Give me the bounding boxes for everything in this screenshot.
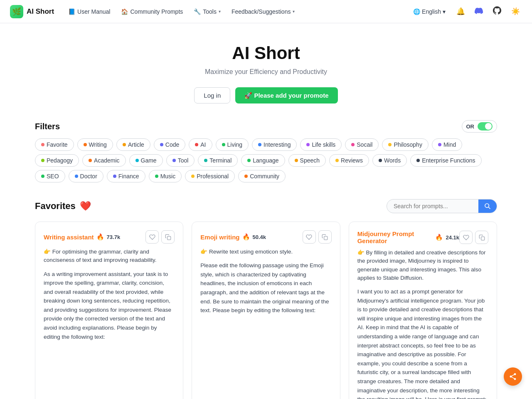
filter-tag[interactable]: Academic <box>82 154 126 167</box>
heart-icon: ❤️ <box>80 201 91 212</box>
nav-user-manual[interactable]: 📘 User Manual <box>64 6 114 17</box>
card-actions <box>303 230 332 244</box>
filter-tag[interactable]: Doctor <box>69 170 103 182</box>
filter-tag[interactable]: Writing <box>77 138 113 151</box>
language-selector[interactable]: 🌐 English ▾ <box>410 7 449 17</box>
lang-arrow: ▾ <box>443 8 446 15</box>
filter-tag[interactable]: AI <box>189 138 212 151</box>
card-header: Emoji writing 🔥 50.4k <box>200 230 331 244</box>
search-box <box>387 199 497 213</box>
filter-tag[interactable]: Life skills <box>300 138 342 151</box>
svg-rect-0 <box>167 236 170 239</box>
github-button[interactable] <box>490 5 504 18</box>
favorite-button[interactable] <box>459 231 473 244</box>
filter-tag[interactable]: Enterprise Functions <box>410 154 481 167</box>
hero-section: AI Short Maximize your Efficiency and Pr… <box>0 23 532 113</box>
or-toggle[interactable]: OR <box>462 120 498 133</box>
toggle-track[interactable] <box>478 122 493 131</box>
card-stats: 50.4k <box>253 234 266 240</box>
card-header: Writing assistant 🔥 73.7k <box>44 230 175 244</box>
prompt-card: Midjourney Prompt Generator 🔥 24.1k 👉 By… <box>349 222 497 399</box>
filter-tag[interactable]: Music <box>149 170 182 182</box>
prompt-card: Writing assistant 🔥 73.7k 👉 For optimisi… <box>35 222 183 399</box>
filter-tag[interactable]: Pedagogy <box>35 154 79 167</box>
globe-icon: 🌐 <box>413 8 420 15</box>
filters-title: Filters <box>35 122 60 131</box>
favorites-section: Favorites ❤️ <box>0 189 532 213</box>
navbar: 🌿 AI Short 📘 User Manual 🏠 Community Pro… <box>0 0 532 23</box>
prompt-card: Emoji writing 🔥 50.4k 👉 Rewrite text usi… <box>192 222 340 399</box>
favorite-button[interactable] <box>303 230 316 244</box>
nav-feedback[interactable]: Feedback/Suggestions ▾ <box>227 6 299 17</box>
theme-toggle[interactable]: ☀️ <box>509 5 522 18</box>
nav-links: 📘 User Manual 🏠 Community Prompts 🔧 Tool… <box>64 6 400 17</box>
nav-community-prompts[interactable]: 🏠 Community Prompts <box>117 6 187 17</box>
filter-tag[interactable]: Community <box>238 170 286 182</box>
card-title-link[interactable]: Midjourney Prompt Generator <box>357 230 433 244</box>
filter-tag[interactable]: Interesting <box>252 138 297 151</box>
fire-icon: 🔥 <box>96 233 104 241</box>
card-actions <box>145 230 175 244</box>
or-label: OR <box>466 123 475 130</box>
discord-button[interactable] <box>472 5 485 18</box>
card-long-desc: As a writing improvement assistant, your… <box>44 270 175 342</box>
search-input[interactable] <box>387 200 478 213</box>
filter-tag[interactable]: Speech <box>288 154 326 167</box>
filters-header: Filters OR <box>35 120 497 133</box>
card-header: Midjourney Prompt Generator 🔥 24.1k <box>357 230 488 244</box>
fire-icon: 🔥 <box>435 234 443 241</box>
favorites-header: Favorites ❤️ <box>35 199 497 213</box>
nav-logo[interactable]: 🌿 AI Short <box>10 5 54 18</box>
promote-button[interactable]: 🚀 Please add your promote <box>235 87 337 103</box>
filter-tag[interactable]: Favorite <box>35 138 74 151</box>
copy-button[interactable] <box>318 230 332 244</box>
filter-tag[interactable]: Terminal <box>198 154 238 167</box>
filter-tag[interactable]: Article <box>116 138 150 151</box>
filter-tag[interactable]: Game <box>129 154 163 167</box>
filter-tag[interactable]: Tool <box>166 154 195 167</box>
card-title: Writing assistant 🔥 73.7k <box>44 233 120 241</box>
hero-buttons: Log in 🚀 Please add your promote <box>10 87 522 103</box>
feedback-arrow: ▾ <box>293 9 295 14</box>
toggle-thumb <box>485 123 492 130</box>
card-title-link[interactable]: Writing assistant <box>44 234 94 241</box>
hero-title: AI Short <box>10 43 522 63</box>
tools-icon: 🔧 <box>194 8 201 15</box>
filter-tag[interactable]: Socail <box>345 138 379 151</box>
favorites-title: Favorites ❤️ <box>35 201 91 212</box>
copy-button[interactable] <box>475 231 488 244</box>
filter-tag[interactable]: Language <box>241 154 285 167</box>
card-long-desc: I want you to act as a prompt generator … <box>357 287 488 399</box>
filter-tag[interactable]: SEO <box>35 170 65 182</box>
svg-rect-2 <box>481 236 484 240</box>
search-icon <box>484 203 491 209</box>
cards-grid: Writing assistant 🔥 73.7k 👉 For optimisi… <box>0 222 532 399</box>
card-title-link[interactable]: Emoji writing <box>200 234 239 241</box>
filter-tag[interactable]: Professional <box>185 170 235 182</box>
card-title: Emoji writing 🔥 50.4k <box>200 233 266 241</box>
filter-tag[interactable]: Words <box>372 154 407 167</box>
filters-section: Filters OR FavoriteWritingArticleCodeAIL… <box>0 113 532 189</box>
house-icon: 🏠 <box>121 8 128 15</box>
filter-tag[interactable]: Finance <box>107 170 145 182</box>
copy-button[interactable] <box>161 230 175 244</box>
search-button[interactable] <box>478 200 497 213</box>
notification-button[interactable]: 🔔 <box>454 5 467 18</box>
github-icon <box>493 6 501 17</box>
filter-tag[interactable]: Mind <box>432 138 462 151</box>
card-actions <box>459 231 488 244</box>
card-long-desc: Please edit the following passage using … <box>200 261 331 315</box>
filter-tag[interactable]: Philosophy <box>382 138 429 151</box>
filter-tag[interactable]: Code <box>154 138 185 151</box>
card-short-desc: 👉 For optimising the grammar, clarity an… <box>44 248 175 265</box>
share-fab[interactable] <box>504 367 522 386</box>
card-title: Midjourney Prompt Generator 🔥 24.1k <box>357 230 459 244</box>
filter-tag[interactable]: Reviews <box>329 154 369 167</box>
nav-tools[interactable]: 🔧 Tools ▾ <box>190 6 225 17</box>
fire-icon: 🔥 <box>242 233 250 241</box>
theme-icon: ☀️ <box>511 7 520 16</box>
favorite-button[interactable] <box>145 230 159 244</box>
filter-tag[interactable]: Living <box>216 138 249 151</box>
card-short-desc: 👉 Rewrite text using emoticon style. <box>200 248 331 256</box>
login-button[interactable]: Log in <box>194 87 230 103</box>
